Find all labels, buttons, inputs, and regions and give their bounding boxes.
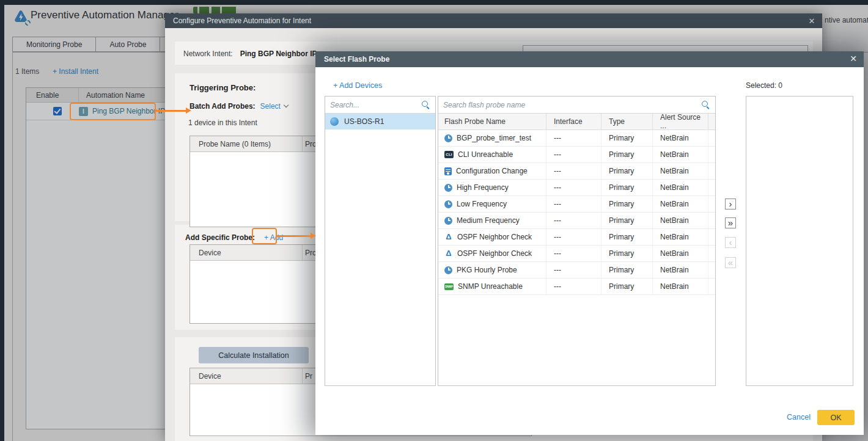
probe-alert-source: NetBrain — [653, 213, 708, 228]
add-specific-probe-label: Add Specific Probe: — [185, 233, 255, 242]
selected-count-label: Selected: 0 — [746, 81, 782, 90]
flash-probe-row[interactable]: Configuration Change---PrimaryNetBrain — [438, 163, 715, 180]
row-spacer — [708, 279, 715, 294]
move-left-button[interactable]: ‹ — [725, 237, 736, 248]
flash-probe-row[interactable]: CLICLI Unreachable---PrimaryNetBrain — [438, 147, 715, 163]
probe-type: Primary — [601, 262, 653, 278]
row-spacer — [708, 147, 715, 162]
search-icon[interactable] — [701, 100, 710, 109]
column-probe-truncated: Pr — [303, 372, 312, 381]
probe-alert-source: NetBrain — [653, 130, 708, 146]
device-count-text: 1 device in this Intent — [188, 118, 257, 127]
cancel-button[interactable]: Cancel — [787, 413, 811, 421]
column-flash-probe-name: Flash Probe Name — [438, 114, 546, 129]
row-spacer — [708, 196, 715, 212]
annotation-arrow-to-select-dialog — [277, 235, 311, 237]
row-spacer — [708, 163, 715, 179]
probe-type: Primary — [601, 246, 653, 261]
flash-probe-name: SNMP Unreachable — [458, 282, 523, 291]
probe-type: Primary — [601, 147, 653, 162]
select-dialog-titlebar: Select Flash Probe ✕ — [315, 51, 864, 67]
chevron-down-icon — [284, 103, 289, 108]
triggering-probe-heading: Triggering Probe: — [189, 83, 256, 92]
probe-interface: --- — [546, 279, 601, 294]
probe-interface: --- — [546, 229, 601, 245]
screen: Preventive Automation Manager ntive auto… — [0, 0, 868, 441]
annotation-arrow-to-batch-add — [156, 110, 186, 112]
close-icon[interactable]: ✕ — [847, 51, 860, 66]
delta-icon — [444, 249, 453, 258]
row-spacer — [708, 213, 715, 228]
search-icon[interactable] — [421, 100, 430, 109]
probe-interface: --- — [546, 196, 601, 212]
clock-icon — [444, 134, 452, 142]
flash-probe-name: Medium Frequency — [457, 216, 520, 225]
probe-type: Primary — [601, 130, 653, 146]
clock-icon — [444, 217, 452, 225]
flash-probe-name: Configuration Change — [456, 167, 528, 175]
flash-probe-name: CLI Unreachable — [458, 150, 513, 159]
row-spacer — [708, 229, 715, 245]
row-spacer — [708, 262, 715, 278]
calculate-installation-button[interactable]: Calculate Installation — [199, 347, 309, 363]
clock-icon — [444, 266, 452, 274]
close-icon[interactable]: ✕ — [805, 13, 818, 28]
select-dialog-title: Select Flash Probe — [315, 55, 389, 64]
flash-probe-row[interactable]: SNMPSNMP Unreachable---PrimaryNetBrain — [438, 279, 715, 295]
batch-add-probes-label: Batch Add Probes: — [189, 102, 256, 111]
move-right-button[interactable]: › — [725, 199, 736, 210]
flash-probe-row[interactable]: OSPF Neighbor Check---PrimaryNetBrain — [438, 246, 715, 262]
column-device: Device — [190, 245, 303, 260]
probe-alert-source: NetBrain — [653, 147, 708, 162]
column-spacer — [708, 114, 715, 129]
network-intent-label: Network Intent: — [183, 49, 233, 58]
flash-probe-name: OSPF Neighbor Check — [457, 233, 532, 241]
batch-add-probes-row: Batch Add Probes: Select — [189, 102, 288, 111]
flash-probe-name: High Frequency — [457, 183, 509, 192]
move-all-left-button[interactable]: « — [725, 257, 736, 268]
probe-interface: --- — [546, 130, 601, 146]
network-intent-value: Ping BGP Neighbor IP — [240, 49, 317, 58]
column-alert-source: Alert Source ... — [653, 114, 708, 129]
snmp-icon: SNMP — [444, 283, 454, 290]
configure-dialog-title: Configure Preventive Automation for Inte… — [165, 16, 311, 25]
configure-dialog-titlebar: Configure Preventive Automation for Inte… — [165, 13, 822, 28]
flash-probe-row[interactable]: PKG Hourly Probe---PrimaryNetBrain — [438, 262, 715, 279]
add-devices-link[interactable]: + Add Devices — [333, 81, 382, 90]
flash-probe-rows: BGP_probe_timer_test---PrimaryNetBrainCL… — [438, 130, 715, 295]
probe-interface: --- — [546, 262, 601, 278]
probe-type: Primary — [601, 279, 653, 294]
probe-interface: --- — [546, 147, 601, 162]
probe-type: Primary — [601, 196, 653, 212]
cli-icon: CLI — [444, 151, 454, 158]
probe-alert-source: NetBrain — [653, 196, 708, 212]
move-all-right-button[interactable]: » — [725, 217, 736, 228]
probe-type: Primary — [601, 163, 653, 179]
ok-button[interactable]: OK — [817, 410, 855, 425]
device-name: US-BOS-R1 — [344, 117, 384, 126]
probe-alert-source: NetBrain — [653, 229, 708, 245]
row-spacer — [708, 180, 715, 195]
batch-add-select-dropdown[interactable]: Select — [260, 102, 281, 111]
probe-interface: --- — [546, 163, 601, 179]
device-search-input[interactable] — [330, 101, 421, 109]
column-device: Device — [190, 368, 303, 384]
highlight-box-automation-name — [70, 103, 156, 120]
column-type: Type — [601, 114, 653, 129]
row-spacer — [708, 246, 715, 261]
flash-probe-row[interactable]: BGP_probe_timer_test---PrimaryNetBrain — [438, 130, 715, 147]
config-icon — [444, 167, 452, 175]
device-icon — [330, 117, 339, 126]
device-list-item-selected[interactable]: US-BOS-R1 — [325, 114, 435, 129]
flash-probe-row[interactable]: OSPF Neighbor Check---PrimaryNetBrain — [438, 229, 715, 246]
flash-probe-row[interactable]: Medium Frequency---PrimaryNetBrain — [438, 213, 715, 229]
flash-probe-row[interactable]: High Frequency---PrimaryNetBrain — [438, 180, 715, 196]
flash-probe-table-header: Flash Probe Name Interface Type Alert So… — [438, 114, 715, 130]
flash-probe-name: Low Frequency — [457, 200, 507, 208]
probe-type: Primary — [601, 213, 653, 228]
probe-alert-source: NetBrain — [653, 279, 708, 294]
probe-type: Primary — [601, 180, 653, 195]
probe-interface: --- — [546, 213, 601, 228]
probe-search-input[interactable] — [443, 101, 701, 109]
flash-probe-row[interactable]: Low Frequency---PrimaryNetBrain — [438, 196, 715, 213]
